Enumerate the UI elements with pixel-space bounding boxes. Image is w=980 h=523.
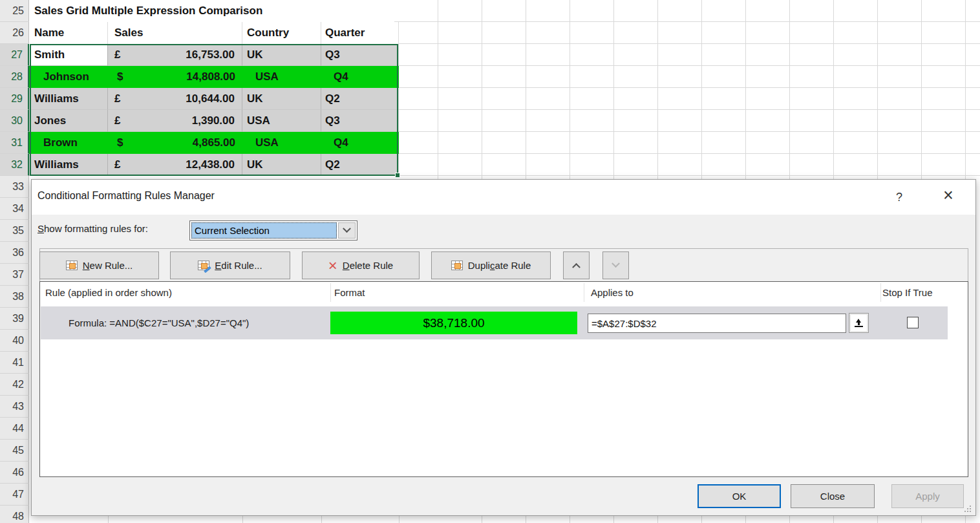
delete-rule-button[interactable]: × Delete Rule [302,251,420,279]
column-header-country[interactable]: Country [242,22,321,44]
cell-sales[interactable]: $ 14,808.00 [108,66,242,88]
row-number-26[interactable]: 26 [0,22,29,44]
cell-quarter[interactable]: Q4 [321,66,399,88]
row-number-39[interactable]: 39 [0,308,29,330]
row-number-46[interactable]: 46 [0,462,29,484]
cell-name[interactable]: Smith [29,44,108,66]
table-row[interactable]: Williams £ 12,438.00 UK Q2 [29,154,399,176]
table-row[interactable]: Smith £ 16,753.00 UK Q3 [29,44,399,66]
new-rule-table-icon [66,261,78,270]
chevron-up-icon [572,263,581,272]
amount-value: 12,438.00 [186,154,235,175]
column-header-name[interactable]: Name [29,22,108,44]
collapse-dialog-button[interactable] [849,313,869,333]
row-number-28[interactable]: 28 [0,66,29,88]
column-header-quarter[interactable]: Quarter [321,22,399,44]
dialog-title-bar: Conditional Formatting Rules Manager ? × [32,180,975,215]
row-header-column[interactable]: 2526272829303132333435363738394041424344… [0,0,29,523]
row-number-36[interactable]: 36 [0,242,29,264]
row-number-43[interactable]: 43 [0,396,29,418]
cell-name[interactable]: Williams [29,88,108,110]
rule-format-preview: $38,718.00 [330,312,577,334]
cell-sales[interactable]: £ 12,438.00 [108,154,242,176]
cell-country[interactable]: UK [242,154,321,176]
close-icon[interactable]: × [939,185,958,207]
show-rules-dropdown[interactable]: Current Selection [189,220,357,240]
move-rule-down-button[interactable] [602,251,629,279]
cell-sales[interactable]: £ 10,644.00 [108,88,242,110]
row-number-35[interactable]: 35 [0,220,29,242]
row-number-30[interactable]: 30 [0,110,29,132]
show-rules-selected-value: Current Selection [191,222,337,239]
row-number-32[interactable]: 32 [0,154,29,176]
sheet-title-cell[interactable]: Sales Grid Multiple Expression Compariso… [34,0,262,22]
cell-quarter[interactable]: Q2 [321,88,399,110]
close-button[interactable]: Close [791,484,875,508]
amount-value: 14,808.00 [186,66,235,88]
row-number-45[interactable]: 45 [0,440,29,462]
sheet-below-dialog [31,516,980,523]
table-row[interactable]: Jones £ 1,390.00 USA Q3 [29,110,399,132]
row-number-31[interactable]: 31 [0,132,29,154]
cell-country[interactable]: USA [242,132,321,154]
cell-country[interactable]: USA [242,110,321,132]
cell-sales[interactable]: £ 1,390.00 [108,110,242,132]
row-number-38[interactable]: 38 [0,286,29,308]
amount-value: 16,753.00 [186,44,235,65]
table-row[interactable]: Williams £ 10,644.00 UK Q2 [29,88,399,110]
column-header-sales[interactable]: Sales [108,22,242,44]
pencil-icon [204,266,211,273]
cell-sales[interactable]: £ 16,753.00 [108,44,242,66]
currency-symbol: $ [117,66,123,88]
red-x-icon: × [328,261,337,271]
table-row[interactable]: Brown $ 4,865.00 USA Q4 [29,132,399,154]
cell-name[interactable]: Johnson [29,66,108,88]
resize-grip[interactable] [963,504,971,512]
rule-row[interactable]: Formula: =AND($C27="USA",$D27="Q4") $38,… [41,306,948,339]
row-number-41[interactable]: 41 [0,352,29,374]
row-number-40[interactable]: 40 [0,330,29,352]
duplicate-rule-label: Duplicate Rule [468,260,531,271]
cell-quarter[interactable]: Q4 [321,132,399,154]
ok-button[interactable]: OK [698,484,781,508]
move-rule-up-button[interactable] [563,251,590,279]
dropdown-arrow-button[interactable] [338,222,356,239]
currency-symbol: $ [117,132,123,154]
cell-country[interactable]: UK [242,44,321,66]
row-number-27[interactable]: 27 [0,44,29,66]
new-rule-label: New Rule... [83,260,133,271]
cell-country[interactable]: UK [242,88,321,110]
table-header-row: Name Sales Country Quarter [29,22,399,44]
row-number-47[interactable]: 47 [0,484,29,506]
row-number-48[interactable]: 48 [0,506,29,523]
row-number-44[interactable]: 44 [0,418,29,440]
row-number-42[interactable]: 42 [0,374,29,396]
cell-country[interactable]: USA [242,66,321,88]
row-number-25[interactable]: 25 [0,0,29,22]
cell-quarter[interactable]: Q2 [321,154,399,176]
row-number-29[interactable]: 29 [0,88,29,110]
row-number-34[interactable]: 34 [0,198,29,220]
cell-name[interactable]: Jones [29,110,108,132]
cell-name[interactable]: Brown [29,132,108,154]
apply-button[interactable]: Apply [891,484,964,508]
cell-quarter[interactable]: Q3 [321,44,399,66]
help-icon[interactable]: ? [891,187,907,207]
duplicate-rule-button[interactable]: Duplicate Rule [431,251,551,279]
edit-rule-button[interactable]: Edit Rule... [170,251,290,279]
chevron-down-icon [612,259,620,268]
new-rule-button[interactable]: New Rule... [39,251,159,279]
cell-sales[interactable]: $ 4,865.00 [108,132,242,154]
row-number-33[interactable]: 33 [0,176,29,198]
amount-value: 4,865.00 [193,132,235,154]
cell-name[interactable]: Williams [29,154,108,176]
conditional-formatting-rules-manager-dialog: Conditional Formatting Rules Manager ? ×… [31,179,976,516]
table-row[interactable]: Johnson $ 14,808.00 USA Q4 [29,66,399,88]
currency-symbol: £ [114,88,120,109]
row-number-37[interactable]: 37 [0,264,29,286]
currency-symbol: £ [114,44,120,65]
amount-value: 10,644.00 [186,88,235,109]
cell-quarter[interactable]: Q3 [321,110,399,132]
applies-to-input[interactable] [588,314,846,333]
stop-if-true-checkbox[interactable] [907,317,919,328]
